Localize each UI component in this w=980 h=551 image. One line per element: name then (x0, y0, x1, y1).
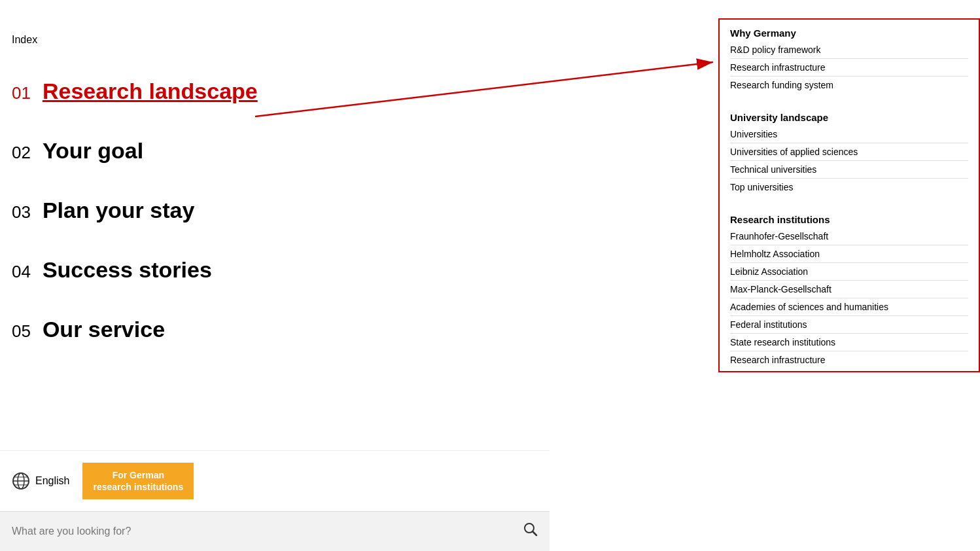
nav-item-3[interactable]: 03Plan your stay (12, 198, 258, 223)
nav-item-1[interactable]: 01Research landscape (12, 79, 258, 104)
search-bar (0, 511, 550, 551)
for-german-button[interactable]: For Germanresearch institutions (82, 463, 194, 499)
menu-section-title-0: Why Germany (730, 27, 968, 39)
nav-item-4[interactable]: 04Success stories (12, 257, 258, 283)
nav-item-2[interactable]: 02Your goal (12, 138, 258, 164)
svg-line-6 (533, 532, 537, 536)
nav-number: 04 (12, 262, 31, 282)
nav-text: Your goal (43, 138, 143, 164)
bottom-section: English For Germanresearch institutions (0, 450, 550, 551)
right-dropdown-panel: Why GermanyR&D policy frameworkResearch … (718, 18, 980, 372)
menu-item[interactable]: Academies of sciences and humanities (730, 298, 968, 315)
menu-item[interactable]: State research institutions (730, 333, 968, 351)
nav-number: 03 (12, 202, 31, 222)
nav-number: 01 (12, 83, 31, 103)
left-panel: Index 01Research landscape02Your goal03P… (0, 0, 550, 551)
menu-item[interactable]: R&D policy framework (730, 41, 968, 58)
menu-section-title-2: Research institutions (730, 214, 968, 225)
menu-item[interactable]: Universities (730, 126, 968, 143)
menu-item[interactable]: Research infrastructure (730, 351, 968, 368)
menu-section-1: University landscapeUniversitiesUniversi… (720, 104, 979, 198)
menu-item[interactable]: Top universities (730, 178, 968, 196)
menu-item[interactable]: Research infrastructure (730, 58, 968, 76)
menu-item[interactable]: Max-Planck-Gesellschaft (730, 280, 968, 298)
nav-text: Research landscape (43, 79, 258, 104)
search-button[interactable] (523, 522, 538, 541)
menu-section-title-1: University landscape (730, 112, 968, 123)
menu-item[interactable]: Helmholtz Association (730, 245, 968, 262)
menu-item[interactable]: Fraunhofer-Gesellschaft (730, 228, 968, 245)
nav-list: 01Research landscape02Your goal03Plan yo… (12, 79, 258, 376)
nav-number: 05 (12, 321, 31, 342)
nav-text: Our service (43, 317, 165, 342)
menu-item[interactable]: Leibniz Association (730, 262, 968, 280)
language-label: English (35, 475, 69, 487)
index-label: Index (12, 34, 37, 46)
nav-text: Plan your stay (43, 198, 194, 223)
language-selector[interactable]: English (12, 472, 69, 490)
search-icon (523, 522, 538, 537)
language-bar: English For Germanresearch institutions (0, 450, 550, 511)
menu-item[interactable]: Technical universities (730, 160, 968, 178)
search-input[interactable] (12, 525, 523, 537)
nav-number: 02 (12, 143, 31, 163)
menu-section-0: Why GermanyR&D policy frameworkResearch … (720, 20, 979, 96)
menu-item[interactable]: Research funding system (730, 76, 968, 94)
menu-section-2: Research institutionsFraunhofer-Gesellsc… (720, 206, 979, 371)
nav-text: Success stories (43, 257, 212, 283)
nav-item-5[interactable]: 05Our service (12, 317, 258, 342)
menu-item[interactable]: Federal institutions (730, 315, 968, 333)
globe-icon (12, 472, 30, 490)
menu-item[interactable]: Universities of applied sciences (730, 143, 968, 160)
